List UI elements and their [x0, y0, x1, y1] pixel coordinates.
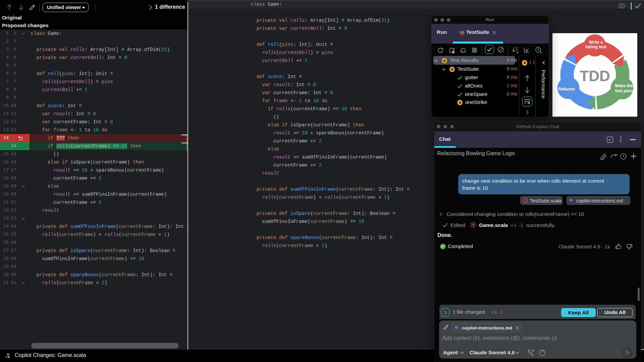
svg-text:TDD: TDD: [580, 68, 610, 84]
svg-text:Make the: Make the: [615, 83, 633, 88]
svg-text:Write a: Write a: [589, 40, 603, 45]
svg-text:Refactor: Refactor: [558, 87, 575, 92]
svg-text:failing test: failing test: [585, 45, 606, 49]
svg-text:test pass: test pass: [615, 88, 633, 93]
